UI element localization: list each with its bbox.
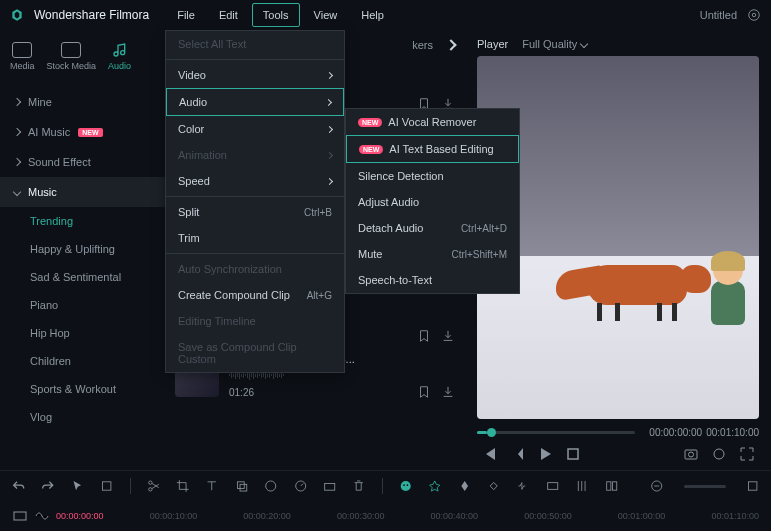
pointer-tool[interactable]: [71, 478, 84, 494]
child-illustration: [708, 255, 748, 325]
svg-point-16: [406, 484, 408, 486]
marker-tool[interactable]: [458, 478, 471, 494]
track-toggle-1[interactable]: [12, 508, 28, 524]
sidebar-item-mine[interactable]: Mine: [0, 87, 165, 117]
chevron-right-icon: [326, 71, 333, 78]
progress-handle[interactable]: [487, 428, 496, 437]
svg-point-8: [148, 481, 151, 484]
bookmark-icon[interactable]: [417, 385, 431, 399]
audio-submenu: NEWAI Vocal RemoverNEWAI Text Based Edit…: [345, 108, 520, 294]
submenu-adjust-audio[interactable]: Adjust Audio: [346, 189, 519, 215]
stop-button[interactable]: [565, 446, 581, 462]
menu-tools[interactable]: Tools: [252, 3, 300, 27]
sub-piano[interactable]: Piano: [0, 291, 165, 319]
split-view-tool[interactable]: [605, 478, 618, 494]
download-icon[interactable]: [441, 385, 455, 399]
menu-help[interactable]: Help: [351, 4, 394, 26]
enhance-tool[interactable]: [428, 478, 441, 494]
menu-view[interactable]: View: [304, 4, 348, 26]
submenu-silence-detection[interactable]: Silence Detection: [346, 163, 519, 189]
chevron-right-icon: [13, 158, 21, 166]
menu-audio[interactable]: Audio: [166, 88, 344, 116]
sidebar: Media Stock Media Audio Mine AI MusicNEW…: [0, 30, 165, 470]
redo-button[interactable]: [41, 478, 54, 494]
menu-file[interactable]: File: [167, 4, 205, 26]
bookmark-icon[interactable]: [417, 329, 431, 343]
editor-toolbar: [0, 471, 771, 501]
sidebar-item-ai-music[interactable]: AI MusicNEW: [0, 117, 165, 147]
sub-happy[interactable]: Happy & Uplifting: [0, 235, 165, 263]
menu-color[interactable]: Color: [166, 116, 344, 142]
quality-dropdown[interactable]: Full Quality: [522, 38, 587, 50]
menu-edit[interactable]: Edit: [209, 4, 248, 26]
media-tab-stock[interactable]: Stock Media: [45, 38, 99, 75]
submenu-ai-vocal-remover[interactable]: NEWAI Vocal Remover: [346, 109, 519, 135]
submenu-mute[interactable]: MuteCtrl+Shift+M: [346, 241, 519, 267]
color-tool[interactable]: [264, 478, 277, 494]
audio-tool[interactable]: [516, 478, 529, 494]
sidebar-item-sound-effect[interactable]: Sound Effect: [0, 147, 165, 177]
tabs-right-arrow[interactable]: [445, 39, 456, 50]
submenu-speech-to-text[interactable]: Speech-to-Text: [346, 267, 519, 293]
effects-tool[interactable]: [323, 478, 336, 494]
menu-create-compound-clip[interactable]: Create Compound ClipAlt+G: [166, 282, 344, 308]
ai-tool[interactable]: [399, 478, 412, 494]
prev-frame-button[interactable]: [481, 446, 497, 462]
zoom-out-button[interactable]: [650, 478, 663, 494]
timeline-mark: 00:00:00:00: [56, 511, 104, 521]
menu-split[interactable]: SplitCtrl+B: [166, 199, 344, 225]
delete-tool[interactable]: [352, 478, 365, 494]
sub-sad[interactable]: Sad & Sentimental: [0, 263, 165, 291]
zoom-slider[interactable]: [684, 485, 726, 488]
mixer-tool[interactable]: [575, 478, 588, 494]
submenu-detach-audio[interactable]: Detach AudioCtrl+Alt+D: [346, 215, 519, 241]
sub-children[interactable]: Children: [0, 347, 165, 375]
chevron-right-icon: [326, 177, 333, 184]
media-tab-audio[interactable]: Audio: [106, 38, 133, 75]
step-back-button[interactable]: [509, 446, 525, 462]
app-logo: [10, 8, 24, 22]
progress-bar[interactable]: [477, 431, 635, 434]
menu-trim[interactable]: Trim: [166, 225, 344, 251]
svg-rect-17: [490, 482, 497, 489]
fullscreen-button[interactable]: [739, 446, 755, 462]
submenu-ai-text-based-editing[interactable]: NEWAI Text Based Editing: [346, 135, 519, 163]
text-tool[interactable]: [205, 478, 218, 494]
mark-button[interactable]: [711, 446, 727, 462]
sidebar-item-music[interactable]: Music: [0, 177, 165, 207]
copy-tool[interactable]: [235, 478, 248, 494]
svg-rect-9: [237, 482, 244, 489]
chevron-down-icon: [580, 40, 588, 48]
sub-vlog[interactable]: Vlog: [0, 403, 165, 431]
speed-tool[interactable]: [294, 478, 307, 494]
new-badge: NEW: [78, 128, 102, 137]
undo-button[interactable]: [12, 478, 25, 494]
chevron-right-icon: [325, 98, 332, 105]
media-tab-media[interactable]: Media: [8, 38, 37, 75]
render-tool[interactable]: [546, 478, 559, 494]
sub-hiphop[interactable]: Hip Hop: [0, 319, 165, 347]
zoom-fit-button[interactable]: [746, 478, 759, 494]
cut-tool[interactable]: [147, 478, 160, 494]
crop-tool[interactable]: [176, 478, 189, 494]
track-toggle-2[interactable]: [34, 508, 50, 524]
sub-trending[interactable]: Trending: [0, 207, 165, 235]
timeline-ruler[interactable]: 00:00:00:0000:00:10:0000:00:20:0000:00:3…: [0, 501, 771, 531]
cloud-icon[interactable]: [747, 8, 761, 22]
play-button[interactable]: [537, 446, 553, 462]
tabs-overflow-label: kers: [412, 39, 433, 51]
svg-rect-3: [685, 450, 697, 459]
bottom-panel: 00:00:00:0000:00:10:0000:00:20:0000:00:3…: [0, 470, 771, 530]
download-icon[interactable]: [441, 329, 455, 343]
menu-speed[interactable]: Speed: [166, 168, 344, 194]
svg-point-5: [714, 449, 724, 459]
svg-point-4: [689, 452, 694, 457]
sub-sports[interactable]: Sports & Workout: [0, 375, 165, 403]
new-badge: NEW: [358, 118, 382, 127]
snapshot-button[interactable]: [683, 446, 699, 462]
keyframe-tool[interactable]: [487, 478, 500, 494]
chevron-right-icon: [326, 151, 333, 158]
svg-rect-18: [548, 483, 558, 490]
hand-tool[interactable]: [100, 478, 113, 494]
menu-video[interactable]: Video: [166, 62, 344, 88]
